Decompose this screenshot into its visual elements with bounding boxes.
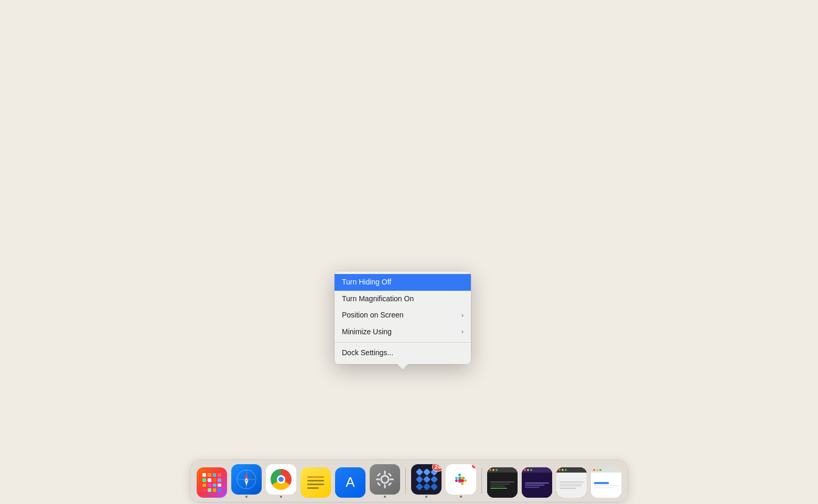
- dropzone-badge: 24: [432, 464, 442, 472]
- dock-container: A: [0, 457, 818, 504]
- preview1-icon: [487, 467, 518, 498]
- chrome-running-dot: [280, 496, 282, 498]
- menu-item-position-on-screen[interactable]: Position on Screen ›: [335, 307, 471, 324]
- svg-rect-15: [388, 482, 392, 486]
- settings-icon: [370, 464, 400, 495]
- svg-rect-12: [377, 473, 381, 477]
- svg-rect-11: [390, 479, 394, 480]
- preview4-icon: [591, 467, 621, 498]
- menu-item-minimize-using[interactable]: Minimize Using ›: [335, 324, 471, 341]
- dock-item-preview2[interactable]: [521, 466, 553, 499]
- dock-item-launchpad[interactable]: [196, 466, 228, 499]
- appstore-icon: A: [335, 467, 365, 498]
- dock-divider-2: [481, 468, 482, 494]
- dropzone-running-dot: [425, 496, 427, 498]
- dock-item-preview3[interactable]: [555, 466, 588, 499]
- dropzone-icon: 24: [411, 464, 442, 495]
- safari-running-dot: [245, 496, 247, 498]
- dock-context-menu: Turn Hiding Off Turn Magnification On Po…: [335, 271, 471, 364]
- slack-running-dot: [460, 496, 462, 498]
- dock: A: [190, 460, 628, 502]
- svg-rect-18: [458, 474, 461, 476]
- dock-item-preview1[interactable]: [486, 466, 519, 499]
- dock-item-safari[interactable]: [230, 463, 263, 499]
- desktop: Turn Hiding Off Turn Magnification On Po…: [0, 0, 818, 457]
- safari-icon: [231, 464, 262, 495]
- svg-point-5: [245, 478, 247, 480]
- chevron-right-icon: ›: [461, 327, 464, 336]
- dock-item-slack[interactable]: [445, 463, 477, 499]
- svg-rect-13: [388, 473, 392, 477]
- settings-running-dot: [384, 496, 386, 498]
- dock-divider: [405, 468, 406, 494]
- notes-icon: [300, 467, 331, 498]
- svg-point-7: [381, 476, 389, 483]
- dock-item-notes[interactable]: [299, 466, 332, 499]
- svg-rect-14: [377, 482, 381, 486]
- menu-item-dock-settings[interactable]: Dock Settings...: [335, 345, 471, 361]
- svg-rect-23: [458, 479, 464, 482]
- menu-item-turn-hiding-off[interactable]: Turn Hiding Off: [335, 274, 471, 291]
- svg-rect-10: [376, 479, 380, 480]
- preview3-icon: [556, 467, 587, 498]
- svg-text:A: A: [346, 474, 355, 490]
- svg-rect-24: [455, 479, 458, 482]
- dock-item-settings[interactable]: [369, 463, 401, 499]
- svg-rect-9: [384, 484, 386, 488]
- chrome-icon: [266, 464, 296, 495]
- svg-rect-16: [455, 477, 458, 479]
- preview2-icon: [522, 467, 552, 498]
- dock-item-appstore[interactable]: A: [334, 466, 367, 499]
- dock-item-preview4[interactable]: [590, 466, 622, 499]
- dock-item-dropzone[interactable]: 24: [410, 463, 443, 499]
- menu-item-turn-magnification-on[interactable]: Turn Magnification On: [335, 291, 471, 308]
- launchpad-icon: [197, 467, 227, 498]
- svg-rect-20: [464, 479, 467, 482]
- menu-separator: [335, 342, 471, 343]
- chevron-right-icon: ›: [461, 311, 464, 320]
- slack-notification-badge: [471, 464, 476, 469]
- dock-item-chrome[interactable]: [265, 463, 297, 499]
- slack-icon: [446, 464, 476, 495]
- svg-rect-8: [384, 470, 386, 475]
